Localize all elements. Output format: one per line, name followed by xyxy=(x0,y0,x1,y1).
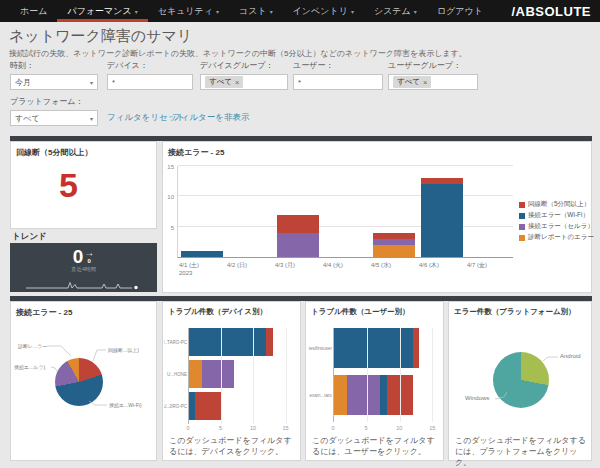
hbar-row-label: U..JIRO-PC xyxy=(164,392,187,420)
trend-sparkline xyxy=(24,280,144,290)
hbar-row-label: testfirstuser xyxy=(307,328,332,368)
hbar-segment[interactable] xyxy=(189,328,266,356)
x-axis-label: 4/1 (土)2023 xyxy=(177,261,225,277)
bar-segment[interactable] xyxy=(277,215,319,233)
user-group-filter-label: ユーザーグループ： xyxy=(388,60,478,71)
x-axis-year-label: 2023 xyxy=(179,269,225,277)
nav-item-logout[interactable]: ログアウト xyxy=(427,0,493,22)
legend-item[interactable]: 接続エラー（セルラ） xyxy=(519,222,594,231)
time-filter-select[interactable]: 今月 ▾ xyxy=(10,74,98,90)
user-axis-labels: testfirstuserexam...taro xyxy=(307,328,332,422)
metric-value: 5 xyxy=(11,166,156,205)
time-filter-value: 今月 xyxy=(15,77,31,88)
remove-tag-icon[interactable]: × xyxy=(423,78,427,87)
chart-footer: このダッシュボードをフィルタするには、デバイスをクリック。 xyxy=(169,435,295,457)
bar-segment[interactable] xyxy=(373,245,415,257)
nav-item-inventory[interactable]: インベントリ▾ xyxy=(283,0,364,22)
platform-filter-label: プラットフォーム： xyxy=(10,96,98,107)
legend-item[interactable]: 診断レポートのエラー xyxy=(519,233,594,242)
chart-footer: このダッシュボードをフィルタするには、ユーザーをクリック。 xyxy=(312,435,438,457)
nav-item-performance[interactable]: パフォーマンス▾ xyxy=(57,0,147,22)
legend-item[interactable]: 回線断（5分間以上） xyxy=(519,200,594,209)
device-filter-input[interactable]: * xyxy=(107,74,193,90)
legend-label: 回線断（5分間以上） xyxy=(528,200,590,209)
trend-card: 0 → 0 直近4時間 xyxy=(10,243,157,292)
trend-sub-value: 0 xyxy=(88,258,91,264)
platform-filter-select[interactable]: すべて ▾ xyxy=(10,110,98,126)
x-axis-tick: 15 xyxy=(282,425,288,431)
x-axis-ticks: 051015 xyxy=(188,425,292,433)
bar-2[interactable] xyxy=(274,215,322,257)
user-group-filter-input[interactable]: すべて× xyxy=(388,74,478,90)
hbar-segment[interactable] xyxy=(334,328,413,368)
y-axis-tick: 10 xyxy=(167,194,174,200)
hbar-segment[interactable] xyxy=(413,328,420,368)
legend-swatch xyxy=(519,213,525,219)
nav-item-cost[interactable]: コスト▾ xyxy=(229,0,283,22)
bar-segment[interactable] xyxy=(277,233,319,257)
nav-item-label: ログアウト xyxy=(437,5,483,18)
device-axis-labels: U..TARO-PCU...HONEU..JIRO-PC xyxy=(164,328,187,424)
y-axis: 51015 xyxy=(163,166,176,258)
hbar-segment[interactable] xyxy=(347,375,380,415)
bar-5[interactable] xyxy=(418,178,466,257)
trend-value: 0 xyxy=(73,248,84,265)
legend-label: 接続エラー（セルラ） xyxy=(528,222,594,231)
nav-item-security[interactable]: セキュリティ▾ xyxy=(148,0,229,22)
nav-item-label: コスト xyxy=(239,5,267,18)
x-axis-tick: 10 xyxy=(250,425,256,431)
x-axis-label: 4/6 (木) xyxy=(417,261,465,277)
gridline xyxy=(178,165,513,166)
hbar-row xyxy=(334,328,439,368)
bar-segment[interactable] xyxy=(181,251,223,257)
chart-title: トラブル件数（ユーザー別） xyxy=(306,302,443,317)
hbar-segment[interactable] xyxy=(266,328,272,356)
bar-segment[interactable] xyxy=(421,184,463,257)
bar-4[interactable] xyxy=(370,233,418,257)
nav-item-home[interactable]: ホーム xyxy=(10,0,57,22)
x-axis-tick: 0 xyxy=(331,425,334,431)
trouble-by-device-chart xyxy=(188,328,292,424)
nav-item-label: セキュリティ xyxy=(158,5,213,18)
device-group-filter-label: デバイスグループ： xyxy=(200,60,288,71)
trouble-by-user-card: トラブル件数（ユーザー別） testfirstuserexam...taro 0… xyxy=(305,301,444,461)
remove-tag-icon[interactable]: × xyxy=(235,78,239,87)
hide-filters-link[interactable]: フィルターを非表示 xyxy=(172,112,250,124)
device-group-filter-input[interactable]: すべて× xyxy=(200,74,288,90)
nav-item-system[interactable]: システム▾ xyxy=(364,0,427,22)
hbar-segment[interactable] xyxy=(189,360,202,388)
connection-errors-bar-card: 接続エラー - 25 51015 4/1 (土)20234/2 (日)4/3 (… xyxy=(162,141,592,293)
outage-metric-card: 回線断（5分間以上） 5 xyxy=(10,141,157,229)
metric-title: 回線断（5分間以上） xyxy=(11,142,156,158)
gridline xyxy=(253,328,254,424)
errors-by-platform-pie-chart[interactable] xyxy=(493,352,549,408)
caret-down-icon: ▾ xyxy=(90,79,93,86)
hbar-segment[interactable] xyxy=(195,392,221,420)
page-subtitle: 接続試行の失敗、ネットワーク診断レポートの失敗、ネットワークの中断（5分以上）な… xyxy=(9,48,467,59)
hbar-row xyxy=(189,328,292,356)
page-title: ネットワーク障害のサマリ xyxy=(9,27,192,46)
hbar-segment[interactable] xyxy=(202,360,234,388)
x-axis-tick: 5 xyxy=(219,425,222,431)
legend-item[interactable]: 接続エラー（Wi-Fi） xyxy=(519,211,594,220)
hbar-segment[interactable] xyxy=(334,375,347,415)
errors-by-platform-card: エラー件数（プラットフォーム別） AndroidWindows このダッシュボー… xyxy=(448,301,592,461)
trend-caption: 直近4時間 xyxy=(10,266,157,273)
y-axis-tick: 5 xyxy=(171,225,174,231)
hbar-row-label: U...HONE xyxy=(164,360,187,388)
user-filter-input[interactable]: * xyxy=(293,74,383,90)
x-axis-ticks: 051015 xyxy=(333,425,439,433)
connection-errors-pie-chart[interactable] xyxy=(55,358,103,406)
hbar-row xyxy=(334,375,439,415)
user-group-tag: すべて× xyxy=(393,76,431,88)
time-filter-label: 時刻： xyxy=(10,60,98,71)
caret-down-icon: ▾ xyxy=(135,8,138,15)
caret-down-icon: ▾ xyxy=(351,8,354,15)
trend-label: トレンド xyxy=(12,231,47,243)
x-axis-label: 4/4 (火) xyxy=(321,261,369,277)
pie-label: 回線断...以上) xyxy=(108,347,139,353)
nav-item-label: パフォーマンス xyxy=(67,5,131,18)
x-axis-tick: 10 xyxy=(396,425,402,431)
chart-title: エラー件数（プラットフォーム別） xyxy=(449,302,591,317)
bar-0[interactable] xyxy=(178,251,226,257)
